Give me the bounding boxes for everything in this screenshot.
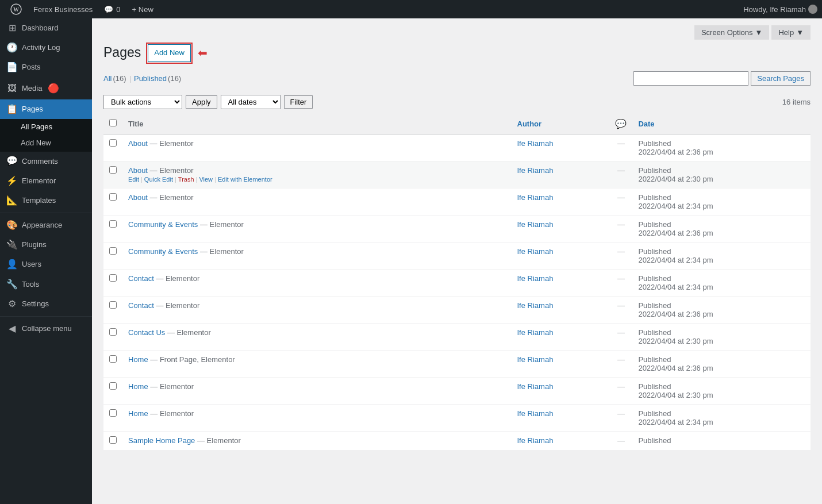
row-checkbox[interactable]: [109, 220, 117, 228]
add-new-button[interactable]: Add New: [148, 44, 191, 62]
page-title-link[interactable]: Community & Events: [128, 247, 198, 256]
new-content-item[interactable]: + New: [126, 0, 159, 18]
page-title-link[interactable]: Home: [128, 409, 148, 418]
page-title-link[interactable]: About: [128, 166, 148, 175]
date-filter-select[interactable]: All dates: [221, 95, 281, 109]
page-title-link[interactable]: About: [128, 193, 148, 202]
row-action-link-edit[interactable]: Edit: [128, 176, 139, 183]
sidebar-item-dashboard[interactable]: ⊞ Dashboard: [0, 18, 92, 38]
sidebar-sub-all-pages[interactable]: All Pages: [0, 119, 92, 135]
filter-all-link[interactable]: All: [103, 74, 112, 83]
select-all-checkbox[interactable]: [109, 119, 117, 126]
row-checkbox[interactable]: [109, 193, 117, 201]
row-checkbox[interactable]: [109, 139, 117, 147]
pages-icon: 📋: [7, 104, 17, 114]
author-link[interactable]: Ife Riamah: [517, 328, 554, 337]
help-button[interactable]: Help ▼: [771, 25, 811, 40]
sidebar-item-templates[interactable]: 📐 Templates: [0, 191, 92, 210]
row-date: 2022/04/04 at 2:36 pm: [638, 310, 713, 318]
sidebar-item-users[interactable]: 👤 Users: [0, 255, 92, 274]
sidebar-item-media[interactable]: 🖼 Media 🔴: [0, 78, 92, 99]
site-name-item[interactable]: Ferex Businesses: [28, 0, 98, 18]
sidebar-item-settings[interactable]: ⚙ Settings: [0, 294, 92, 314]
bulk-actions-select[interactable]: Bulk actions Move to Trash: [103, 95, 182, 109]
author-link[interactable]: Ife Riamah: [517, 166, 554, 175]
author-link[interactable]: Ife Riamah: [517, 436, 554, 445]
sidebar-item-plugins[interactable]: 🔌 Plugins: [0, 235, 92, 255]
row-checkbox[interactable]: [109, 436, 117, 444]
page-title-link[interactable]: About: [128, 139, 148, 148]
filter-button[interactable]: Filter: [284, 95, 313, 109]
media-badge: 🔴: [48, 82, 59, 95]
row-action-link-view[interactable]: View: [199, 176, 213, 183]
comment-dash: —: [617, 220, 625, 229]
row-comment-cell: —: [609, 269, 632, 296]
row-checkbox[interactable]: [109, 274, 117, 282]
page-title-link[interactable]: Contact: [128, 274, 154, 283]
sidebar-item-comments[interactable]: 💬 Comments: [0, 152, 92, 171]
page-title-link[interactable]: Home: [128, 355, 148, 364]
col-author-header: Author: [512, 114, 610, 134]
row-checkbox[interactable]: [109, 409, 117, 417]
row-checkbox[interactable]: [109, 301, 117, 309]
row-checkbox[interactable]: [109, 247, 117, 255]
page-title-suffix: — Elementor: [154, 301, 199, 310]
sidebar-item-label: Users: [22, 259, 41, 270]
sidebar-sub-add-new[interactable]: Add New: [0, 135, 92, 151]
author-link[interactable]: Ife Riamah: [517, 301, 554, 310]
svg-text:W: W: [13, 6, 19, 13]
screen-options-label: Screen Options: [701, 28, 753, 37]
sidebar-item-tools[interactable]: 🔧 Tools: [0, 275, 92, 294]
row-date-cell: Published2022/04/04 at 2:34 pm: [632, 269, 811, 296]
row-checkbox[interactable]: [109, 166, 117, 174]
page-title-link[interactable]: Community & Events: [128, 220, 198, 229]
author-link[interactable]: Ife Riamah: [517, 409, 554, 418]
row-status: Published: [638, 193, 671, 202]
row-date: 2022/04/04 at 2:34 pm: [638, 202, 713, 210]
row-checkbox[interactable]: [109, 355, 117, 363]
settings-icon: ⚙: [7, 299, 17, 309]
row-action-separator: |: [175, 176, 176, 183]
row-author-cell: Ife Riamah: [512, 323, 610, 350]
row-checkbox[interactable]: [109, 382, 117, 390]
sidebar-item-appearance[interactable]: 🎨 Appearance: [0, 216, 92, 235]
apply-button[interactable]: Apply: [186, 95, 217, 109]
row-status: Published: [638, 301, 671, 310]
screen-options-button[interactable]: Screen Options ▼: [694, 25, 769, 40]
row-date-cell: Published2022/04/04 at 2:36 pm: [632, 350, 811, 377]
add-new-sub-label: Add New: [21, 138, 51, 148]
page-title-link[interactable]: Contact: [128, 301, 154, 310]
sidebar-item-pages[interactable]: 📋 Pages: [0, 99, 92, 119]
search-pages-button[interactable]: Search Pages: [751, 71, 811, 86]
sidebar-item-elementor[interactable]: ⚡ Elementor: [0, 171, 92, 191]
col-date-header[interactable]: Date: [632, 114, 811, 134]
wp-logo-item[interactable]: W: [5, 0, 28, 18]
filter-links: All (16) | Published (16): [103, 74, 182, 83]
page-title-link[interactable]: Sample Home Page: [128, 436, 195, 445]
row-checkbox[interactable]: [109, 328, 117, 336]
sidebar-item-posts[interactable]: 📄 Posts: [0, 57, 92, 77]
row-action-link-edit-with-elementor[interactable]: Edit with Elementor: [218, 176, 272, 183]
items-count: 16 items: [782, 98, 811, 106]
author-link[interactable]: Ife Riamah: [517, 274, 554, 283]
author-link[interactable]: Ife Riamah: [517, 139, 554, 148]
filter-published-link[interactable]: Published: [134, 74, 167, 83]
row-action-link-trash[interactable]: Trash: [178, 176, 194, 183]
author-link[interactable]: Ife Riamah: [517, 382, 554, 391]
sidebar-item-label: Posts: [22, 62, 41, 72]
author-link[interactable]: Ife Riamah: [517, 220, 554, 229]
comments-item[interactable]: 💬 0: [98, 0, 126, 18]
row-date-cell: Published2022/04/04 at 2:30 pm: [632, 377, 811, 404]
sidebar-item-activity-log[interactable]: 🕐 Activity Log: [0, 38, 92, 57]
author-link[interactable]: Ife Riamah: [517, 247, 554, 256]
page-title-link[interactable]: Contact Us: [128, 328, 165, 337]
sidebar-item-collapse[interactable]: ◀ Collapse menu: [0, 319, 92, 338]
author-link[interactable]: Ife Riamah: [517, 193, 554, 202]
row-date: 2022/04/04 at 2:36 pm: [638, 148, 713, 156]
page-title-suffix: — Elementor: [165, 328, 210, 337]
row-action-link-quick-edit[interactable]: Quick Edit: [144, 176, 173, 183]
search-pages-input[interactable]: [633, 71, 748, 86]
page-title-link[interactable]: Home: [128, 382, 148, 391]
author-link[interactable]: Ife Riamah: [517, 355, 554, 364]
row-title-cell: Sample Home Page — ElementorEdit|Quick E…: [122, 431, 512, 450]
